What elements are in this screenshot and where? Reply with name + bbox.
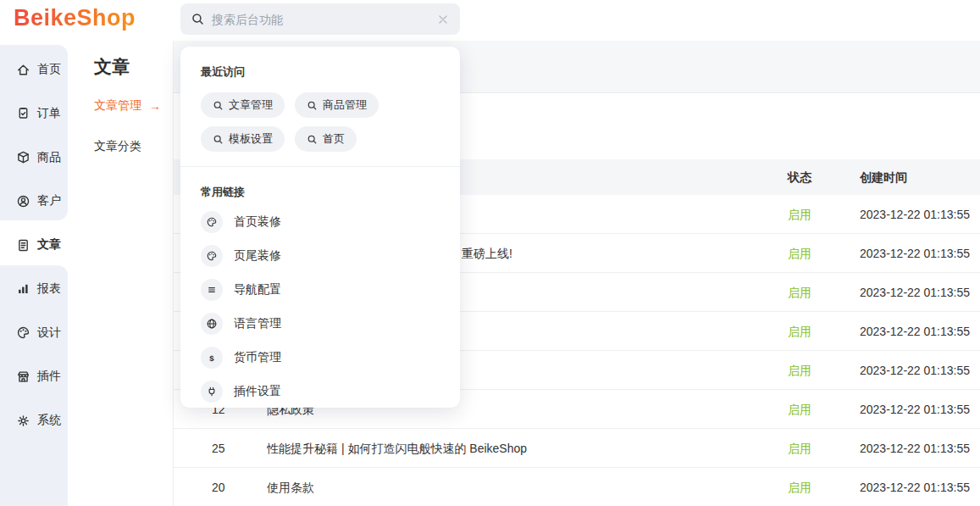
cell-created-time: 2023-12-22 01:13:55 [860, 195, 970, 234]
section-title: 文章 [94, 55, 130, 79]
cell-created-time: 2023-12-22 01:13:55 [860, 234, 970, 273]
search-input[interactable] [212, 13, 429, 26]
plug-icon [201, 381, 223, 403]
cell-id: 25 [212, 429, 225, 468]
sidebar-item-label: 客户 [37, 193, 61, 209]
status-badge: 启用 [788, 195, 811, 234]
active-arrow-icon: → [149, 99, 161, 113]
sidebar-item-home[interactable]: 首页 [0, 53, 68, 86]
quick-link-item[interactable]: 首页装修 [180, 205, 460, 239]
common-links-label: 常用链接 [201, 185, 440, 200]
status-badge: 启用 [788, 273, 811, 312]
cell-id: 20 [212, 468, 225, 506]
popover-divider [180, 166, 460, 167]
app-window: BeikeShop 首页 订单 商品 客户 文章 报表 设计 [0, 0, 980, 506]
cell-title: 性能提升秘籍 | 如何打造闪电般快速的 BeikeShop [267, 429, 527, 468]
recent-visit-chip[interactable]: 首页 [295, 126, 357, 152]
status-badge: 启用 [788, 312, 811, 351]
svg-text:$: $ [209, 353, 214, 363]
recent-visit-chip[interactable]: 模板设置 [201, 126, 285, 152]
table-row[interactable]: 25 性能提升秘籍 | 如何打造闪电般快速的 BeikeShop 启用 2023… [174, 429, 980, 468]
cell-created-time: 2023-12-22 01:13:55 [860, 312, 970, 351]
quick-link-label: 插件设置 [234, 384, 281, 399]
recent-visit-chip[interactable]: 文章管理 [201, 92, 285, 118]
cell-created-time: 2023-12-22 01:13:55 [860, 351, 970, 390]
customer-icon [16, 194, 30, 209]
submenu-item-label: 文章分类 [94, 139, 141, 154]
status-badge: 启用 [788, 351, 811, 390]
cell-title: 重磅上线! [462, 234, 512, 273]
dollar-icon: $ [201, 347, 223, 369]
search-icon [307, 100, 318, 111]
sidebar-item-label: 设计 [37, 325, 61, 341]
chip-label: 商品管理 [323, 97, 367, 113]
primary-sidebar: 首页 订单 商品 客户 文章 报表 设计 插件 系统 [0, 41, 73, 506]
cell-created-time: 2023-12-22 01:13:55 [860, 390, 970, 429]
quick-link-label: 导航配置 [234, 282, 281, 297]
recent-visits-label: 最近访问 [201, 64, 440, 80]
quick-link-label: 首页装修 [234, 214, 281, 230]
quick-link-item[interactable]: 页尾装修 [180, 239, 460, 273]
menu-icon [201, 279, 223, 301]
sidebar-item-label: 文章 [37, 237, 61, 253]
sidebar-item-product[interactable]: 商品 [0, 141, 68, 175]
search-icon [213, 134, 224, 145]
chip-label: 首页 [323, 131, 345, 147]
submenu-item-2[interactable]: 文章分类 [73, 134, 173, 159]
order-icon [16, 106, 30, 120]
report-icon [16, 281, 30, 296]
clear-search-icon[interactable] [436, 13, 450, 26]
status-badge: 启用 [788, 390, 811, 429]
top-header: BeikeShop [0, 0, 980, 41]
sidebar-item-label: 插件 [37, 369, 61, 384]
quick-link-label: 货币管理 [234, 350, 281, 365]
sidebar-item-label: 订单 [37, 106, 61, 121]
sidebar-item-design[interactable]: 设计 [0, 316, 68, 350]
globe-icon [201, 313, 223, 335]
design-icon [16, 325, 30, 340]
palette-icon [201, 211, 223, 233]
plugin-icon [16, 370, 30, 384]
status-badge: 启用 [788, 468, 811, 506]
home-icon [16, 63, 30, 77]
sidebar-item-system[interactable]: 系统 [0, 403, 68, 437]
cell-title: 使用条款 [267, 468, 314, 506]
quick-link-label: 语言管理 [234, 316, 281, 331]
article-icon [16, 238, 30, 253]
sidebar-item-plugin[interactable]: 插件 [0, 359, 68, 393]
cell-created-time: 2023-12-22 01:13:55 [860, 429, 970, 468]
submenu-item-1[interactable]: 文章管理 → [73, 93, 173, 119]
status-badge: 启用 [788, 429, 811, 468]
search-bar[interactable] [180, 3, 460, 35]
quick-link-label: 页尾装修 [234, 248, 281, 264]
quick-link-item[interactable]: 导航配置 [180, 273, 460, 307]
sidebar-item-label: 报表 [37, 281, 61, 297]
sidebar-item-article[interactable]: 文章 [0, 228, 68, 262]
system-icon [16, 414, 30, 428]
recent-visit-chip[interactable]: 商品管理 [295, 92, 379, 118]
cell-created-time: 2023-12-22 01:13:55 [860, 468, 970, 506]
palette-icon [201, 245, 223, 267]
table-row[interactable]: 20 使用条款 启用 2023-12-22 01:13:55 [174, 468, 980, 506]
chip-label: 模板设置 [229, 131, 273, 147]
quick-link-item[interactable]: 语言管理 [180, 307, 460, 341]
sidebar-item-label: 商品 [37, 150, 61, 165]
secondary-sidebar: 文章 文章管理 → 文章分类 [73, 41, 174, 506]
quick-link-item[interactable]: $ 货币管理 [180, 341, 460, 375]
search-popover: 最近访问 文章管理 商品管理 模板设置 首页 常用链接 首页装修 页尾装修 导航… [180, 47, 460, 408]
table-header-created: 创建时间 [860, 159, 907, 195]
quick-link-item[interactable]: 插件设置 [180, 375, 460, 408]
table-header-status: 状态 [788, 159, 811, 195]
search-icon [191, 12, 205, 26]
product-icon [16, 150, 30, 164]
sidebar-item-customer[interactable]: 客户 [0, 184, 68, 218]
status-badge: 启用 [788, 234, 811, 273]
chip-label: 文章管理 [229, 97, 273, 113]
sidebar-item-report[interactable]: 报表 [0, 272, 68, 306]
sidebar-item-label: 系统 [37, 413, 61, 428]
search-icon [213, 100, 224, 111]
sidebar-item-label: 首页 [37, 62, 61, 77]
sidebar-item-order[interactable]: 订单 [0, 97, 68, 131]
cell-created-time: 2023-12-22 01:13:55 [860, 273, 970, 312]
app-logo[interactable]: BeikeShop [14, 5, 136, 31]
